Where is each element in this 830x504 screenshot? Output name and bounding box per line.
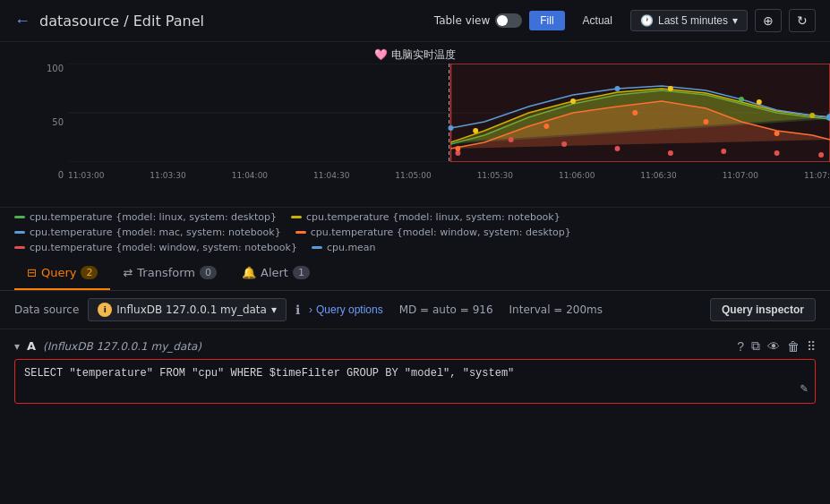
legend-label: cpu.temperature {model: window, system: …: [30, 242, 297, 253]
tab-alert[interactable]: 🔔 Alert 1: [229, 257, 322, 290]
query-options-button[interactable]: › Query options: [309, 303, 383, 316]
time-range-button[interactable]: 🕐 Last 5 minutes ▾: [630, 10, 748, 31]
collapse-button[interactable]: ▾: [14, 340, 20, 353]
copy-button[interactable]: ⧉: [751, 338, 760, 354]
legend-item: cpu.temperature {model: linux, system: d…: [14, 211, 277, 223]
legend-label: cpu.temperature {model: linux, system: d…: [30, 211, 277, 223]
arrow-icon: ›: [309, 303, 312, 316]
query-ds-label: (InfluxDB 127.0.0.1 my_data): [43, 340, 201, 353]
query-bar: Data source i InfluxDB 127.0.0.1 my_data…: [0, 291, 830, 329]
svg-point-13: [615, 146, 620, 151]
svg-point-12: [561, 141, 567, 147]
more-button[interactable]: ⠿: [807, 339, 816, 354]
refresh-button[interactable]: ↻: [789, 9, 816, 32]
header-controls: Table view Fill Actual 🕐 Last 5 minutes …: [434, 9, 816, 32]
svg-point-17: [818, 152, 824, 158]
legend-color: [295, 231, 306, 234]
time-icon: 🕐: [640, 14, 654, 27]
svg-point-23: [473, 128, 478, 133]
tab-query[interactable]: ⊟ Query 2: [14, 257, 110, 290]
x-axis: 11:03:00 11:03:30 11:04:00 11:04:30 11:0…: [68, 171, 830, 180]
query-letter: A: [27, 339, 36, 353]
legend-item: cpu.mean: [312, 242, 376, 253]
delete-button[interactable]: 🗑: [787, 339, 800, 354]
svg-point-5: [449, 125, 454, 131]
query-row-header: ▾ A (InfluxDB 127.0.0.1 my_data) ? ⧉ 👁 🗑…: [14, 338, 816, 354]
legend-label: cpu.temperature {model: linux, system: n…: [306, 211, 560, 223]
svg-point-24: [570, 98, 576, 104]
svg-point-8: [809, 113, 815, 118]
legend-item: cpu.temperature {model: mac, system: not…: [14, 226, 281, 238]
y-label-50: 50: [36, 117, 64, 127]
legend-item: cpu.temperature {model: linux, system: n…: [291, 211, 560, 223]
tab-transform[interactable]: ⇄ Transform 0: [110, 257, 229, 290]
svg-point-14: [668, 150, 673, 156]
chart-area: 🩷 电脑实时温度 100 50 0: [0, 42, 830, 208]
alert-tab-label: Alert: [261, 266, 288, 279]
fill-button[interactable]: Fill: [529, 11, 564, 30]
legend-color: [312, 246, 322, 249]
svg-point-6: [615, 86, 620, 91]
legend-color: [14, 216, 25, 218]
y-label-0: 0: [36, 170, 64, 180]
md-meta: MD = auto = 916: [399, 303, 493, 316]
table-view-toggle: Table view: [434, 13, 522, 28]
svg-point-22: [774, 131, 780, 136]
chevron-down-icon: ▾: [271, 303, 277, 316]
y-label-100: 100: [36, 64, 64, 73]
query-inspector-button[interactable]: Query inspector: [710, 298, 816, 321]
edit-icon: ✎: [800, 380, 808, 396]
zoom-button[interactable]: ⊕: [755, 9, 782, 32]
legend-color: [14, 231, 25, 234]
header: ← datasource / Edit Panel Table view Fil…: [0, 0, 830, 42]
svg-point-21: [703, 119, 708, 124]
legend-label: cpu.mean: [327, 242, 376, 253]
alert-tab-badge: 1: [293, 266, 310, 279]
datasource-label: Data source: [14, 303, 79, 316]
legend-label: cpu.temperature {model: window, system: …: [311, 226, 571, 238]
tabs-bar: ⊟ Query 2 ⇄ Transform 0 🔔 Alert 1: [0, 257, 830, 291]
table-view-switch[interactable]: [495, 13, 522, 28]
legend: cpu.temperature {model: linux, system: d…: [0, 208, 830, 257]
legend-label: cpu.temperature {model: mac, system: not…: [30, 226, 281, 238]
chart-inner: 100 50 0: [36, 64, 830, 180]
datasource-select[interactable]: i InfluxDB 127.0.0.1 my_data ▾: [88, 298, 287, 321]
query-text: SELECT "temperature" FROM "cpu" WHERE $t…: [24, 367, 514, 380]
legend-color: [14, 246, 25, 249]
table-view-label: Table view: [434, 14, 490, 27]
svg-point-7: [739, 97, 744, 102]
svg-point-18: [455, 146, 460, 151]
info-button[interactable]: ℹ: [295, 303, 300, 317]
query-input[interactable]: SELECT "temperature" FROM "cpu" WHERE $t…: [14, 359, 816, 404]
svg-point-19: [543, 124, 549, 129]
query-row-actions: ? ⧉ 👁 🗑 ⠿: [737, 338, 816, 354]
alert-tab-icon: 🔔: [242, 266, 256, 279]
legend-item: cpu.temperature {model: window, system: …: [295, 226, 571, 238]
svg-point-20: [632, 110, 637, 115]
chart-title: 🩷 电脑实时温度: [374, 47, 456, 63]
back-button[interactable]: ←: [14, 12, 30, 30]
svg-point-11: [509, 137, 514, 142]
time-label: Last 5 minutes: [658, 14, 728, 27]
svg-point-15: [721, 149, 726, 154]
transform-tab-icon: ⇄: [123, 266, 133, 279]
svg-point-26: [757, 99, 762, 105]
y-axis: 100 50 0: [36, 64, 67, 180]
hide-button[interactable]: 👁: [767, 339, 780, 354]
svg-point-16: [774, 150, 780, 156]
help-button[interactable]: ?: [737, 339, 744, 354]
query-tab-badge: 2: [81, 266, 98, 279]
page-title: datasource / Edit Panel: [39, 13, 204, 30]
chart-svg: [68, 64, 830, 162]
transform-tab-badge: 0: [200, 266, 217, 279]
query-tab-icon: ⊟: [27, 266, 37, 279]
query-tab-label: Query: [41, 266, 77, 279]
datasource-name: InfluxDB 127.0.0.1 my_data: [116, 303, 267, 316]
actual-button[interactable]: Actual: [572, 11, 623, 30]
query-options-label: Query options: [316, 303, 383, 316]
legend-item: cpu.temperature {model: window, system: …: [14, 242, 297, 253]
transform-tab-label: Transform: [137, 266, 195, 279]
chevron-down-icon: ▾: [732, 14, 738, 27]
interval-meta: Interval = 200ms: [509, 303, 603, 316]
query-editor: ▾ A (InfluxDB 127.0.0.1 my_data) ? ⧉ 👁 🗑…: [0, 329, 830, 413]
